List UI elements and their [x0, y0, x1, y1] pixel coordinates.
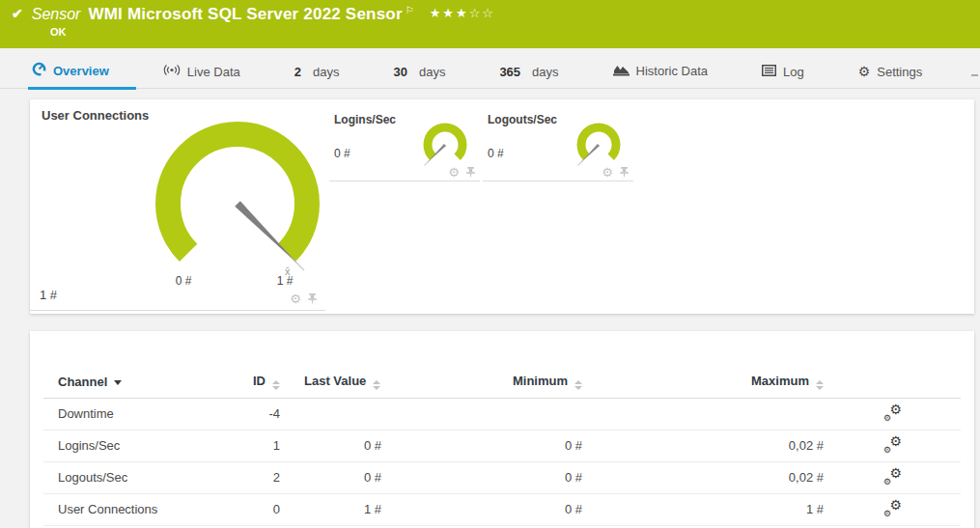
- cell-max: 0,02 #: [592, 430, 833, 461]
- tab-label: Live Data: [187, 65, 240, 79]
- table-body: Downtime-4⚙⚙Logins/Sec10 #0 #0,02 #⚙⚙Log…: [43, 398, 961, 525]
- column-label: Last Value: [304, 374, 366, 388]
- tab-bar: OverviewLive Data2days30days365daysHisto…: [0, 59, 980, 89]
- cell-min: 0 #: [391, 461, 592, 493]
- channel-settings-gears-icon[interactable]: ⚙⚙: [883, 500, 902, 516]
- gauge-tile-user-connections: User Connections 0 # 1 # x̄ 1 # ⚙: [30, 99, 325, 311]
- cell-channel[interactable]: User Connections: [43, 493, 237, 525]
- table-header-row: ChannelIDLast ValueMinimumMaximum: [43, 366, 961, 398]
- pin-icon[interactable]: [307, 293, 318, 305]
- tab-number: 30: [393, 65, 406, 79]
- cell-max: 0,02 #: [592, 461, 833, 493]
- tab-number: 365: [499, 65, 520, 79]
- object-kind-label: Sensor: [32, 6, 81, 23]
- tab-number: 2: [294, 65, 301, 79]
- column-header-minimum[interactable]: Minimum: [391, 366, 592, 398]
- column-label: Minimum: [513, 374, 568, 388]
- column-label: Maximum: [751, 374, 809, 388]
- table-row-downtime: Downtime-4⚙⚙: [43, 398, 961, 430]
- tab-overflow-dash: [971, 74, 978, 76]
- channels-panel: ChannelIDLast ValueMinimumMaximum Downti…: [30, 331, 974, 528]
- cell-max: 1 #: [592, 493, 833, 525]
- cell-last: [280, 398, 391, 430]
- tab-30-days[interactable]: 30days: [391, 61, 447, 88]
- cell-actions: ⚙⚙: [833, 493, 961, 525]
- cell-channel[interactable]: Downtime: [43, 398, 237, 430]
- column-header-last-value[interactable]: Last Value: [280, 366, 391, 398]
- table-row-user-connections: User Connections01 #0 #1 #⚙⚙: [43, 493, 961, 525]
- stars-empty[interactable]: ☆☆: [469, 6, 495, 20]
- gauge-settings-gear-icon[interactable]: ⚙: [290, 292, 301, 305]
- ok-check-icon: ✔: [12, 6, 23, 21]
- table-row-logins-sec: Logins/Sec10 #0 #0,02 #⚙⚙: [43, 430, 961, 461]
- table-row-logouts-sec: Logouts/Sec20 #0 #0,02 #⚙⚙: [43, 461, 961, 493]
- gauge-settings-gear-icon[interactable]: ⚙: [602, 166, 613, 179]
- tab-label: Log: [783, 65, 804, 79]
- historic-icon: [613, 63, 630, 79]
- tab-historic-data[interactable]: Historic Data: [611, 59, 710, 88]
- log-icon: [762, 65, 776, 79]
- cell-id: 0: [237, 493, 280, 525]
- column-label: ID: [253, 374, 266, 388]
- sort-desc-icon: [114, 380, 122, 385]
- tab-settings[interactable]: ⚙Settings: [856, 61, 925, 88]
- gauge-title: Logouts/Sec: [488, 113, 557, 126]
- gauge-current-value: 0 #: [488, 147, 504, 160]
- cell-last: 1 #: [280, 493, 391, 525]
- channel-settings-gears-icon[interactable]: ⚙⚙: [883, 404, 902, 421]
- live-icon: [163, 64, 181, 79]
- sensor-header: ✔ Sensor WMI Microsoft SQL Server 2022 S…: [0, 0, 980, 48]
- column-header-id[interactable]: ID: [237, 366, 280, 398]
- cell-channel[interactable]: Logins/Sec: [43, 430, 237, 461]
- column-header-actions: [833, 366, 961, 398]
- pin-icon[interactable]: [619, 167, 630, 179]
- cell-id: -4: [237, 398, 280, 430]
- gauge-title: Logins/Sec: [334, 113, 396, 126]
- cell-min: [391, 398, 592, 430]
- cell-actions: ⚙⚙: [833, 461, 961, 493]
- gear-icon: ⚙: [858, 65, 871, 79]
- sort-icon: [373, 380, 380, 390]
- channel-settings-gears-icon[interactable]: ⚙⚙: [883, 436, 902, 453]
- cell-actions: ⚙⚙: [833, 398, 961, 430]
- user-connections-gauge: [131, 112, 344, 297]
- gauge-tile-logins-sec: Logins/Sec 0 # ⚙: [329, 106, 480, 181]
- tab-365-days[interactable]: 365days: [497, 61, 560, 88]
- cell-actions: ⚙⚙: [833, 430, 961, 461]
- gauge-average-marker: x̄: [285, 265, 291, 277]
- channel-settings-gears-icon[interactable]: ⚙⚙: [883, 468, 902, 485]
- channels-table: ChannelIDLast ValueMinimumMaximum Downti…: [43, 366, 961, 526]
- sort-icon: [272, 380, 280, 390]
- column-header-maximum[interactable]: Maximum: [592, 366, 833, 398]
- column-label: Channel: [58, 375, 107, 389]
- gauges-panel: User Connections 0 # 1 # x̄ 1 # ⚙ Logins…: [30, 99, 974, 314]
- column-header-channel[interactable]: Channel: [43, 366, 237, 398]
- page-title: WMI Microsoft SQL Server 2022 Sensor: [88, 5, 402, 24]
- flag-icon[interactable]: ⚐: [406, 5, 414, 15]
- status-badge: OK: [50, 26, 980, 38]
- tab-label: Overview: [53, 64, 109, 78]
- gauge-tile-logouts-sec: Logouts/Sec 0 # ⚙: [483, 106, 633, 181]
- cell-last: 0 #: [280, 461, 391, 493]
- sort-icon: [574, 380, 582, 390]
- priority-stars[interactable]: ★★★☆☆: [430, 6, 495, 20]
- sort-icon: [816, 380, 824, 390]
- gauge-settings-gear-icon[interactable]: ⚙: [448, 166, 460, 179]
- gauge-current-value: 0 #: [334, 147, 350, 160]
- tab-label: Settings: [877, 65, 922, 79]
- tab-label: days: [313, 65, 339, 79]
- tab-label: days: [532, 65, 558, 79]
- cell-last: 0 #: [280, 430, 391, 461]
- cell-channel[interactable]: Logouts/Sec: [43, 461, 237, 493]
- cell-max: [592, 398, 833, 430]
- pin-icon[interactable]: [465, 167, 476, 179]
- cell-id: 1: [237, 430, 280, 461]
- tab-2-days[interactable]: 2days: [293, 61, 342, 88]
- tab-log[interactable]: Log: [760, 61, 806, 88]
- cell-id: 2: [237, 461, 280, 493]
- tab-live-data[interactable]: Live Data: [161, 60, 242, 88]
- gauge-min-label: 0 #: [162, 274, 205, 288]
- gauge-current-value: 1 #: [40, 288, 57, 302]
- tab-overview[interactable]: Overview: [30, 58, 111, 88]
- stars-filled[interactable]: ★★★: [430, 6, 469, 20]
